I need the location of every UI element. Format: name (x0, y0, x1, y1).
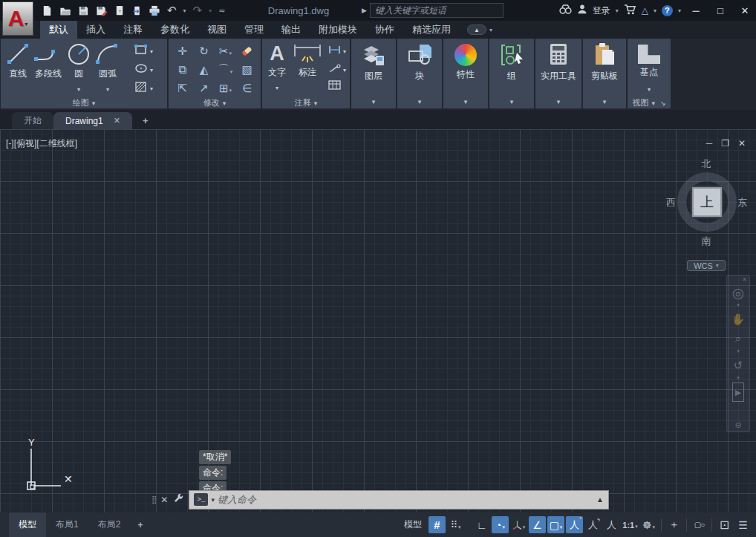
groups-expand-caret-icon[interactable] (489, 94, 534, 107)
arc-button[interactable]: 圆弧 (94, 42, 121, 94)
layout-tab-layout1[interactable]: 布局1 (46, 512, 88, 537)
properties-expand-caret-icon[interactable] (443, 94, 488, 107)
viewcube-west-label[interactable]: 西 (666, 196, 676, 209)
orbit-icon[interactable]: ↺ (734, 356, 743, 375)
trim-button[interactable]: ✂ (215, 42, 236, 60)
user-icon[interactable] (577, 4, 587, 17)
drawing-canvas[interactable]: [-][俯视][二维线框] ─ ❐ ✕ 北 西 上 东 南 WCS ✕ ◎ ▾ … (0, 129, 756, 512)
zoom-caret-icon[interactable]: ▾ (737, 348, 740, 356)
new-drawing-tab-button[interactable]: + (143, 115, 149, 126)
sign-in-button[interactable]: 登录 (593, 4, 610, 17)
dimension-button[interactable]: 标注 (292, 42, 323, 79)
tab-home[interactable]: 默认 (40, 21, 77, 39)
tab-insert[interactable]: 插入 (77, 21, 114, 39)
navwheel-caret-icon[interactable]: ▾ (737, 302, 740, 310)
fillet-button[interactable]: ⌒ (215, 60, 236, 79)
annotation-scale-icon[interactable] (603, 516, 620, 533)
command-customize-wrench-icon[interactable] (173, 493, 183, 507)
app-store-cart-icon[interactable] (624, 4, 636, 18)
panel-title-draw[interactable]: 绘图 (1, 97, 167, 108)
drawing-minimize-icon[interactable]: ─ (706, 138, 713, 149)
clipboard-expand-caret-icon[interactable] (583, 94, 626, 107)
arc-dropdown-caret-icon[interactable] (106, 81, 109, 94)
plot-button[interactable] (149, 5, 160, 16)
polar-tracking-toggle[interactable] (492, 516, 509, 533)
autodesk-a360-icon[interactable]: △ (642, 5, 648, 16)
basepoint-button[interactable]: 基点 (640, 66, 658, 79)
panel-groups[interactable]: 组 (489, 39, 534, 108)
model-space-button[interactable]: 模型 (399, 516, 427, 533)
layers-expand-caret-icon[interactable] (351, 94, 396, 107)
layout-tab-layout2[interactable]: 布局2 (88, 512, 131, 537)
stretch-button[interactable]: ⇱ (172, 79, 193, 97)
array-button[interactable]: ⊞ (215, 79, 236, 97)
panel-title-modify[interactable]: 修改 (169, 97, 261, 108)
panel-layers[interactable]: 图层 (351, 39, 396, 108)
clean-screen-button[interactable] (716, 516, 733, 533)
customization-menu-button[interactable] (734, 516, 752, 533)
maximize-button[interactable]: □ (711, 1, 730, 20)
search-flyout-icon[interactable]: ▶ (362, 7, 367, 14)
tab-collaborate[interactable]: 协作 (366, 21, 403, 39)
object-snap-tracking-toggle[interactable] (529, 516, 546, 533)
search-binoculars-icon[interactable] (559, 4, 572, 17)
panel-clipboard[interactable]: 剪贴板 (583, 39, 626, 108)
utilities-expand-caret-icon[interactable] (535, 94, 581, 107)
undo-dropdown-caret-icon[interactable]: ▾ (183, 7, 186, 14)
viewcube-top-face[interactable]: 上 (692, 187, 722, 217)
crosshair-button[interactable] (665, 516, 682, 533)
circle-button[interactable]: 圆 (66, 42, 91, 94)
hatch-caret-icon[interactable] (150, 80, 153, 94)
viewport-controls-label[interactable]: [-][俯视][二维线框] (6, 137, 77, 150)
workspace-switching-button[interactable] (640, 516, 657, 533)
tab-annotate[interactable]: 注释 (114, 21, 151, 39)
linear-dimension-caret-icon[interactable] (343, 43, 346, 56)
viewcube-north-label[interactable]: 北 (669, 157, 743, 171)
panel-utilities[interactable]: 实用工具 (535, 39, 581, 108)
panel-properties[interactable]: 特性 (443, 39, 488, 108)
new-drawing-button[interactable] (42, 5, 53, 16)
leader-button[interactable] (328, 62, 346, 75)
linear-dimension-button[interactable] (328, 43, 346, 56)
ortho-toggle[interactable] (473, 516, 490, 533)
hatch-button[interactable] (134, 80, 153, 94)
text-caret-icon[interactable] (276, 79, 278, 93)
command-input-bar[interactable]: >_ ▾ ▲ (189, 490, 609, 510)
sign-in-caret-icon[interactable]: ▾ (616, 7, 619, 14)
undo-button[interactable]: ↶ (167, 4, 177, 17)
help-caret-icon[interactable]: ▾ (678, 7, 681, 14)
file-tab-drawing1[interactable]: Drawing1 ✕ (53, 112, 132, 129)
rectangle-button[interactable] (134, 43, 153, 56)
erase-button[interactable] (236, 42, 258, 60)
viewcube-south-label[interactable]: 南 (669, 235, 743, 248)
copy-button[interactable]: ⧉ (172, 60, 193, 79)
recent-commands-caret-icon[interactable]: ▲ (596, 495, 604, 504)
application-menu-button[interactable]: A ▾ (2, 1, 33, 36)
tab-parametric[interactable]: 参数化 (151, 21, 198, 39)
ribbon-collapse-caret-icon[interactable]: ▾ (489, 27, 492, 33)
navbar-customize-icon[interactable]: ⊖ (734, 420, 741, 430)
navigation-bar[interactable]: ✕ ◎ ▾ ✋ ⌕ ▾ ↺ ▾ ▶ ⊖ (726, 275, 750, 432)
line-button[interactable]: 直线 (5, 42, 30, 80)
command-palette-grip[interactable]: ⣿ (151, 495, 155, 504)
rotate-button[interactable]: ↻ (193, 42, 215, 60)
panel-block[interactable]: 块 (397, 39, 442, 108)
tab-featured-apps[interactable]: 精选应用 (403, 21, 460, 39)
explode-button[interactable]: ▧ (236, 60, 258, 79)
annotation-scale-button[interactable]: 1:1 (622, 516, 639, 533)
file-tab-start[interactable]: 开始 (12, 112, 53, 129)
basepoint-caret-icon[interactable] (648, 81, 651, 94)
table-button[interactable] (328, 80, 346, 90)
command-prompt-caret-icon[interactable]: ▾ (211, 496, 215, 504)
panel-title-view[interactable]: 视图 (628, 97, 671, 108)
open-button[interactable] (59, 5, 71, 16)
save-button[interactable] (78, 5, 89, 16)
ellipse-caret-icon[interactable] (150, 62, 153, 75)
viewcube-east-label[interactable]: 东 (737, 196, 747, 209)
ribbon-collapse-icon[interactable]: ▲ (467, 25, 486, 35)
help-search-input[interactable] (370, 3, 504, 18)
minimize-button[interactable]: ─ (686, 1, 706, 20)
circle-dropdown-caret-icon[interactable] (77, 81, 80, 94)
isometric-drafting-toggle[interactable] (510, 516, 527, 533)
command-prompt-icon[interactable]: >_ (194, 493, 208, 506)
